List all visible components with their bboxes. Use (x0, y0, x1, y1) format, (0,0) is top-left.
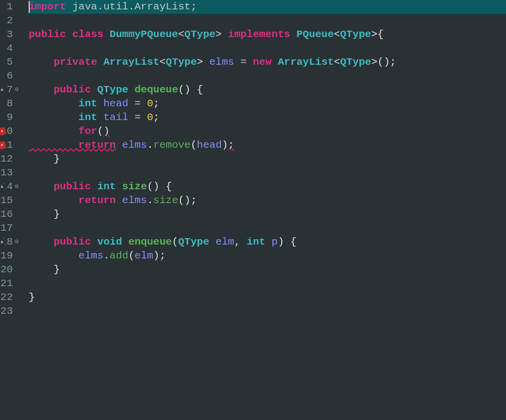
code-line[interactable]: public QType dequeue() { (29, 83, 506, 97)
code-line[interactable]: int head = 0; (29, 97, 506, 111)
code-token: return (79, 195, 116, 206)
code-token (97, 98, 104, 109)
gutter-line[interactable]: 8 (0, 97, 20, 111)
code-token: ) (222, 139, 228, 151)
code-token: public (53, 236, 97, 248)
code-token (29, 209, 53, 220)
gutter-line[interactable]: 11 (0, 138, 20, 152)
gutter-line[interactable]: 1 (0, 0, 20, 14)
code-line[interactable]: int tail = 0; (29, 111, 506, 125)
code-line[interactable]: elms.add(elm); (29, 249, 506, 263)
line-number: 6 (6, 69, 13, 83)
code-token (29, 181, 53, 192)
code-line[interactable] (29, 166, 506, 180)
code-token (29, 153, 53, 165)
code-token: public (53, 84, 97, 95)
code-token (29, 195, 79, 206)
gutter-line[interactable]: 16 (0, 208, 20, 221)
gutter-line[interactable]: 19 (0, 249, 20, 263)
fold-icon[interactable]: ⊖ (14, 180, 20, 194)
code-line[interactable]: return elms.size(); (29, 194, 506, 208)
code-line[interactable]: private ArrayList<QType> elms = new Arra… (29, 55, 506, 69)
gutter-line[interactable]: 5 (0, 55, 20, 69)
gutter-line[interactable]: 4 (0, 42, 20, 55)
code-line[interactable] (29, 221, 506, 235)
fold-icon[interactable]: ⊖ (14, 83, 20, 97)
code-line[interactable]: } (29, 263, 506, 277)
code-token (29, 126, 79, 137)
code-line[interactable]: for() (29, 125, 506, 138)
line-number: 21 (0, 277, 13, 291)
gutter-line[interactable]: 13 (0, 166, 20, 180)
code-token: PQueue (296, 29, 334, 40)
gutter-line[interactable]: 18⊖ (0, 235, 20, 249)
code-token: ( (172, 236, 178, 248)
code-line[interactable] (29, 14, 506, 28)
code-token (128, 84, 135, 95)
code-token: elm (215, 236, 234, 248)
gutter-line[interactable]: 14⊖ (0, 180, 20, 194)
line-number: 1 (6, 0, 13, 14)
code-line[interactable] (29, 304, 506, 318)
line-number: 2 (6, 14, 13, 28)
gutter-line[interactable]: 15 (0, 194, 20, 208)
gutter-line[interactable]: 12 (0, 152, 20, 166)
gutter-line[interactable]: 17 (0, 221, 20, 235)
code-line[interactable] (29, 277, 506, 291)
code-line[interactable] (29, 42, 506, 55)
code-token: { (378, 29, 384, 40)
line-gutter: 1234567⊖891011121314⊖15161718⊖1920212223 (0, 0, 24, 420)
code-line[interactable]: } (29, 208, 506, 221)
code-line[interactable]: return elms.remove(head); (29, 138, 506, 152)
code-token: 0 (147, 112, 153, 123)
gutter-line[interactable]: 3 (0, 28, 20, 42)
code-token: < (334, 29, 340, 40)
line-number: 16 (0, 208, 13, 221)
code-token: () { (147, 181, 171, 192)
gutter-line[interactable]: 9 (0, 111, 20, 125)
line-number: 20 (0, 263, 13, 277)
code-token: p (272, 236, 278, 248)
code-token: (); (378, 56, 396, 68)
gutter-line[interactable]: 7⊖ (0, 83, 20, 97)
line-number: 4 (6, 42, 13, 55)
code-token (97, 112, 104, 123)
code-token: ArrayList (103, 56, 159, 68)
code-line[interactable] (29, 69, 506, 83)
code-line[interactable]: import java.util.ArrayList; (29, 0, 506, 14)
code-token: } (53, 209, 60, 220)
code-line[interactable]: public class DummyPQueue<QType> implemen… (29, 28, 506, 42)
code-token: elms (122, 139, 147, 151)
code-token: remove (153, 139, 191, 151)
gutter-line[interactable]: 2 (0, 14, 20, 28)
line-number: 15 (0, 194, 13, 208)
code-token: . (147, 139, 153, 151)
code-token (29, 56, 53, 68)
code-token: enqueue (128, 236, 172, 248)
code-token: } (29, 292, 35, 303)
gutter-line[interactable]: 20 (0, 263, 20, 277)
code-token (29, 139, 79, 151)
code-token: dequeue (134, 84, 178, 95)
gutter-line[interactable]: 23 (0, 304, 20, 318)
code-line[interactable]: } (29, 152, 506, 166)
code-area[interactable]: import java.util.ArrayList;public class … (24, 0, 506, 420)
code-line[interactable]: } (29, 291, 506, 304)
code-token: tail (103, 112, 128, 123)
code-line[interactable]: public void enqueue(QType elm, int p) { (29, 235, 506, 249)
gutter-line[interactable]: 21 (0, 277, 20, 291)
code-token: < (334, 56, 340, 68)
override-icon[interactable] (0, 86, 6, 94)
code-token: int (97, 181, 116, 192)
code-editor[interactable]: 1234567⊖891011121314⊖15161718⊖1920212223… (0, 0, 506, 420)
code-token (122, 236, 128, 248)
fold-icon[interactable]: ⊖ (14, 235, 20, 249)
line-number: 8 (6, 97, 13, 111)
line-number: 19 (0, 249, 13, 263)
cursor-icon (29, 1, 30, 13)
gutter-line[interactable]: 22 (0, 291, 20, 304)
code-token: new (253, 56, 278, 68)
gutter-line[interactable]: 10 (0, 125, 20, 138)
code-line[interactable]: public int size() { (29, 180, 506, 194)
gutter-line[interactable]: 6 (0, 69, 20, 83)
